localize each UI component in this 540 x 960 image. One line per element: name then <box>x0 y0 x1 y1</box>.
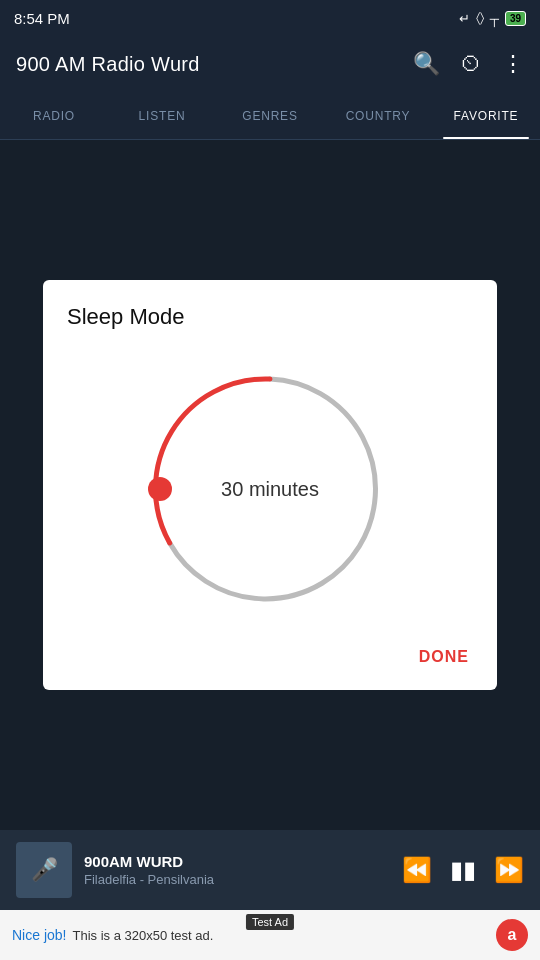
sleep-dialog: Sleep Mode 30 minutes DONE <box>43 280 497 690</box>
rewind-button[interactable]: ⏪ <box>402 856 432 884</box>
ad-bar: Test Ad Nice job! This is a 320x50 test … <box>0 910 540 960</box>
status-time: 8:54 PM <box>14 10 70 27</box>
ad-badge: Test Ad <box>246 914 294 930</box>
app-title: 900 AM Radio Wurd <box>16 53 200 76</box>
tab-listen[interactable]: LISTEN <box>108 92 216 139</box>
player-info: 900AM WURD Filadelfia - Pensilvania <box>84 853 402 887</box>
dialog-footer: DONE <box>67 640 473 674</box>
more-icon[interactable]: ⋮ <box>502 51 524 77</box>
player-station: 900AM WURD <box>84 853 402 870</box>
tab-country[interactable]: COUNTRY <box>324 92 432 139</box>
timer-container[interactable]: 30 minutes <box>67 354 473 624</box>
app-header: 900 AM Radio Wurd 🔍 ⏲ ⋮ <box>0 36 540 92</box>
tab-genres[interactable]: GENRES <box>216 92 324 139</box>
content-area: Sleep Mode 30 minutes DONE <box>0 140 540 830</box>
status-icons: ↵ 〈〉 ┬ 39 <box>459 10 526 26</box>
signal-icon: 〈〉 <box>476 10 484 26</box>
ad-logo: a <box>496 919 528 951</box>
status-bar: 8:54 PM ↵ 〈〉 ┬ 39 <box>0 0 540 36</box>
tab-favorite[interactable]: FAVORITE <box>432 92 540 139</box>
wifi-icon: ┬ <box>490 11 499 26</box>
bluetooth-icon: ↵ <box>459 11 470 26</box>
alarm-icon[interactable]: ⏲ <box>460 51 482 77</box>
mic-music-icon: 🎤 <box>31 857 58 883</box>
dialog-title: Sleep Mode <box>67 304 473 330</box>
done-button[interactable]: DONE <box>415 640 473 674</box>
tab-radio[interactable]: RADIO <box>0 92 108 139</box>
ad-nice-label: Nice job! <box>12 927 66 943</box>
player-icon: 🎤 <box>16 842 72 898</box>
search-icon[interactable]: 🔍 <box>413 51 440 77</box>
svg-point-0 <box>148 477 172 501</box>
player-bar: 🎤 900AM WURD Filadelfia - Pensilvania ⏪ … <box>0 830 540 910</box>
player-controls: ⏪ ▮▮ ⏩ <box>402 856 524 884</box>
timer-label: 30 minutes <box>221 478 319 501</box>
pause-button[interactable]: ▮▮ <box>450 856 476 884</box>
forward-button[interactable]: ⏩ <box>494 856 524 884</box>
battery-icon: 39 <box>505 11 526 26</box>
header-actions: 🔍 ⏲ ⋮ <box>413 51 524 77</box>
player-location: Filadelfia - Pensilvania <box>84 872 402 887</box>
tab-bar: RADIO LISTEN GENRES COUNTRY FAVORITE <box>0 92 540 140</box>
